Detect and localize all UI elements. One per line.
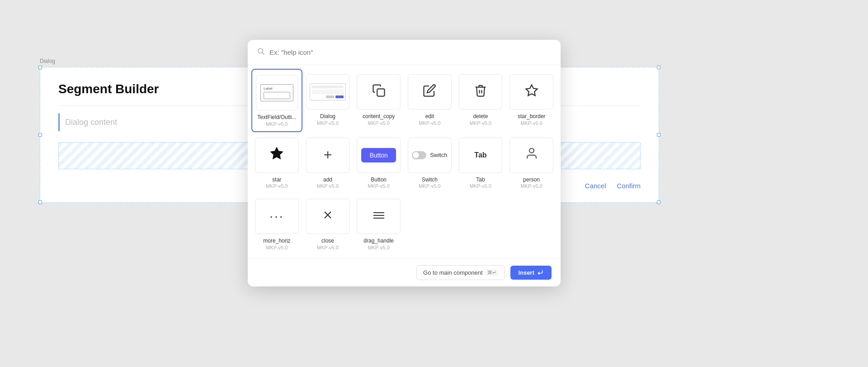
- component-name: Switch: [422, 176, 438, 184]
- component-name: edit: [425, 113, 434, 120]
- component-thumb-close: [306, 199, 350, 234]
- resize-handle-tr[interactable]: [657, 66, 660, 69]
- list-item[interactable]: drag_handle MKP-v5.0: [353, 193, 404, 255]
- list-item[interactable]: content_copy MKP-v5.0: [353, 69, 404, 132]
- button-preview: Button: [361, 148, 396, 162]
- switch-preview: Switch: [412, 151, 447, 159]
- star-icon: [269, 146, 284, 164]
- close-icon: [321, 209, 334, 224]
- component-name: star_border: [518, 113, 545, 120]
- component-thumb-textfield: Label: [256, 75, 298, 110]
- list-item[interactable]: Dialog MKP-v5.0: [302, 69, 354, 132]
- tab-preview: Tab: [474, 151, 486, 159]
- svg-marker-4: [271, 148, 283, 159]
- resize-handle-tl[interactable]: [38, 66, 42, 69]
- component-thumb-add: +: [306, 138, 350, 173]
- list-item[interactable]: Tab Tab MKP-v5.0: [455, 132, 506, 194]
- svg-point-0: [258, 48, 263, 53]
- svg-line-1: [262, 52, 264, 54]
- component-version: MKP-v5.0: [521, 120, 542, 126]
- delete-icon: [474, 84, 487, 100]
- switch-knob: [413, 152, 419, 158]
- component-thumb-more-horiz: ···: [255, 199, 299, 234]
- go-main-label: Go to main component: [423, 269, 483, 276]
- list-item[interactable]: + add MKP-v5.0: [302, 132, 354, 194]
- list-item[interactable]: Button Button MKP-v5.0: [353, 132, 404, 194]
- dialog-content-text: Dialog content: [65, 118, 117, 127]
- component-version: MKP-v5.0: [419, 120, 440, 126]
- component-name: TextField/Outli...: [257, 114, 296, 121]
- component-thumb-button: Button: [357, 138, 401, 173]
- svg-marker-3: [526, 85, 537, 95]
- component-version: MKP-v5.0: [266, 245, 288, 250]
- insert-label: Insert: [519, 269, 534, 276]
- dialog-label: Dialog: [40, 58, 55, 64]
- list-item[interactable]: Label TextField/Outli... MKP-v5.0: [251, 69, 302, 132]
- component-thumb-person: [509, 138, 553, 173]
- component-name: person: [523, 176, 540, 184]
- add-icon: +: [324, 147, 332, 163]
- content-border: [58, 113, 60, 131]
- resize-handle-mr[interactable]: [657, 133, 660, 137]
- component-version: MKP-v5.0: [368, 183, 390, 189]
- component-thumb-star: [255, 138, 299, 173]
- svg-point-5: [529, 148, 534, 153]
- component-thumb-delete: [459, 74, 503, 110]
- component-name: Dialog: [320, 113, 335, 120]
- star-border-icon: [525, 84, 538, 100]
- resize-handle-bl[interactable]: [38, 200, 42, 204]
- component-version: MKP-v5.0: [521, 183, 542, 189]
- drag-handle-icon: [373, 211, 385, 222]
- component-name: star: [272, 176, 281, 184]
- component-version: MKP-v5.0: [266, 183, 288, 189]
- list-item[interactable]: person MKP-v5.0: [506, 132, 557, 194]
- component-thumb-star-border: [509, 74, 553, 110]
- component-version: MKP-v5.0: [317, 120, 339, 126]
- list-item[interactable]: star_border MKP-v5.0: [506, 69, 557, 132]
- component-version: MKP-v5.0: [419, 183, 440, 189]
- component-thumb-dialog: [306, 74, 350, 110]
- insert-button[interactable]: Insert: [510, 266, 552, 280]
- go-to-main-component-button[interactable]: Go to main component ⌘↵: [416, 265, 505, 280]
- insert-icon: [537, 269, 543, 276]
- component-thumb-tab: Tab: [459, 138, 503, 173]
- component-name: add: [323, 176, 332, 184]
- list-item[interactable]: Switch Switch MKP-v5.0: [404, 132, 455, 194]
- more-horiz-icon: ···: [269, 209, 284, 224]
- dialog-actions: Cancel Confirm: [585, 182, 641, 190]
- component-name: delete: [473, 113, 488, 120]
- component-name: Button: [371, 176, 387, 184]
- switch-label: Switch: [430, 152, 447, 158]
- content-copy-icon: [372, 84, 386, 100]
- component-version: MKP-v5.0: [317, 245, 339, 250]
- edit-icon: [423, 84, 436, 100]
- component-name: drag_handle: [363, 238, 394, 245]
- resize-handle-br[interactable]: [657, 200, 660, 204]
- component-grid: Label TextField/Outli... MKP-v5.0 Dia: [248, 65, 561, 258]
- list-item[interactable]: ··· more_horiz MKP-v5.0: [251, 193, 302, 255]
- cancel-button[interactable]: Cancel: [585, 182, 606, 190]
- component-thumb-switch: Switch: [408, 138, 452, 173]
- component-name: close: [321, 238, 334, 245]
- search-icon: [257, 47, 265, 57]
- search-bar: [248, 40, 561, 65]
- component-version: MKP-v5.0: [368, 245, 390, 250]
- resize-handle-ml[interactable]: [38, 133, 42, 137]
- confirm-button[interactable]: Confirm: [617, 182, 641, 190]
- list-item[interactable]: edit MKP-v5.0: [404, 69, 455, 132]
- component-name: more_horiz: [263, 238, 290, 245]
- list-item[interactable]: delete MKP-v5.0: [455, 69, 506, 132]
- component-version: MKP-v5.0: [470, 183, 491, 189]
- list-item[interactable]: star MKP-v5.0: [251, 132, 302, 194]
- picker-bottom-bar: Go to main component ⌘↵ Insert: [248, 258, 561, 286]
- svg-rect-2: [377, 89, 384, 96]
- go-main-shortcut: ⌘↵: [486, 269, 498, 276]
- component-thumb-content-copy: [357, 74, 401, 110]
- component-thumb-drag-handle: [357, 199, 401, 234]
- component-version: MKP-v5.0: [317, 183, 339, 189]
- component-name: content_copy: [363, 113, 395, 120]
- switch-track: [412, 151, 426, 159]
- person-icon: [525, 147, 538, 163]
- search-input[interactable]: [269, 48, 552, 56]
- list-item[interactable]: close MKP-v5.0: [302, 193, 354, 255]
